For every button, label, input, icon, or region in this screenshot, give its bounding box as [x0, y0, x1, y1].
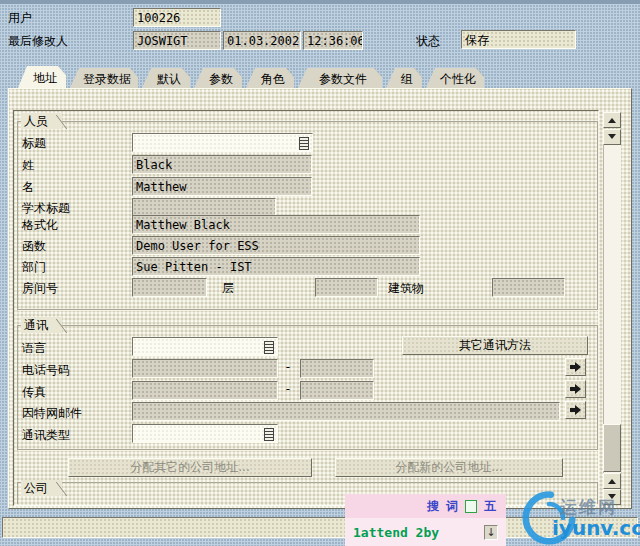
user-label: 用户: [8, 10, 32, 26]
other-comm-methods-button[interactable]: 其它通讯方法: [402, 336, 588, 355]
tabstrip: 地址 登录数据 默认 参数 角色 参数文件 组 个性化: [18, 66, 484, 88]
phone-extension-separator: -: [283, 359, 293, 376]
title-field[interactable]: [132, 133, 313, 152]
ime-char: 搜: [427, 498, 439, 515]
firstname-label: 名: [22, 179, 34, 195]
format-field: Matthew Black: [132, 215, 420, 234]
person-group-title: 人员: [21, 113, 62, 129]
tab-fold-icon: [286, 68, 294, 77]
internet-mail-more-button[interactable]: [565, 401, 586, 419]
language-label: 语言: [22, 340, 46, 356]
last-changed-date-field: 01.03.2002: [223, 31, 301, 50]
phone-field[interactable]: [132, 359, 278, 378]
fax-extension-field[interactable]: [300, 381, 374, 400]
triangle-up-icon: [608, 114, 616, 123]
tab-fold-icon: [476, 68, 484, 77]
ime-char: 五: [484, 498, 496, 515]
assign-other-company-address-button[interactable]: 分配其它的公司地址...: [68, 458, 312, 477]
format-label: 格式化: [22, 217, 58, 233]
building-field[interactable]: [492, 278, 565, 297]
surname-field[interactable]: Black: [132, 155, 312, 174]
scrollbar-down-button[interactable]: [603, 129, 621, 145]
tab-fold-icon: [414, 68, 422, 77]
department-label: 部门: [22, 259, 46, 275]
ime-mode-row: 搜 词 五: [345, 494, 506, 518]
tab-personalization[interactable]: 个性化: [426, 68, 484, 88]
academic-title-label: 学术标题: [22, 200, 70, 216]
firstname-field[interactable]: Matthew: [132, 177, 312, 196]
triangle-down-icon: [608, 134, 616, 143]
fax-field[interactable]: [132, 381, 278, 400]
ime-page-down-button[interactable]: ↓: [484, 525, 498, 540]
room-number-label: 房间号: [22, 280, 58, 296]
phone-label: 电话号码: [22, 362, 70, 378]
last-changed-label: 最后修改人: [8, 33, 68, 49]
surname-label: 姓: [22, 157, 34, 173]
dropdown-icon[interactable]: [264, 428, 274, 441]
phone-more-button[interactable]: [565, 358, 586, 376]
ime-candidate-row: 1attend 2by ↓: [345, 518, 506, 546]
status-field: 保存: [461, 30, 576, 49]
building-label: 建筑物: [388, 280, 424, 296]
comm-type-label: 通讯类型: [22, 427, 70, 443]
tab-fold-icon: [234, 68, 242, 77]
tab-fold-icon: [182, 68, 190, 77]
tab-defaults[interactable]: 默认: [142, 68, 190, 88]
company-group-title: 公司: [21, 480, 62, 496]
tab-groups[interactable]: 组: [386, 68, 422, 88]
sap-window: 用户 100226 最后修改人 JOSWIGT 01.03.2002 12:36…: [0, 0, 640, 546]
scrollbar-up-button-bottom[interactable]: [603, 473, 621, 489]
department-field[interactable]: Sue Pitten - IST: [132, 257, 420, 276]
ime-popup: 搜 词 五 1attend 2by ↓: [345, 494, 506, 546]
internet-mail-label: 因特网邮件: [22, 405, 82, 421]
tab-profiles[interactable]: 参数文件: [298, 68, 382, 88]
tab-fold-icon: [130, 68, 138, 77]
tab-fold-icon: [58, 66, 66, 75]
floor-field[interactable]: [315, 278, 378, 297]
fax-more-button[interactable]: [565, 380, 586, 398]
communication-group-title: 通讯: [21, 317, 62, 333]
ime-char: 词: [446, 498, 458, 515]
room-number-field[interactable]: [132, 278, 207, 297]
scrollbar-thumb[interactable]: [603, 424, 621, 472]
fax-extension-separator: -: [283, 381, 293, 398]
triangle-up-icon: [608, 475, 616, 484]
window-top-edge: [0, 0, 640, 4]
user-field[interactable]: 100226: [133, 8, 221, 27]
language-field[interactable]: [132, 337, 278, 356]
tab-roles[interactable]: 角色: [246, 68, 294, 88]
right-arrow-icon: [570, 405, 582, 415]
internet-mail-field[interactable]: [132, 402, 560, 421]
status-label: 状态: [416, 33, 440, 49]
phone-extension-field[interactable]: [300, 359, 374, 378]
title-label: 标题: [22, 135, 46, 151]
right-arrow-icon: [570, 384, 582, 394]
assign-new-company-address-button[interactable]: 分配新的公司地址...: [335, 458, 563, 477]
last-changed-by-field: JOSWIGT: [133, 31, 221, 50]
green-box-icon: [465, 500, 477, 513]
tab-logon-data[interactable]: 登录数据: [70, 68, 138, 88]
floor-label: 层: [222, 280, 234, 296]
last-changed-time-field: 12:36:06: [303, 31, 363, 50]
comm-type-field[interactable]: [132, 424, 278, 443]
function-label: 函数: [22, 238, 46, 254]
watermark-site-url: iyunv.com: [552, 516, 640, 540]
tab-fold-icon: [374, 68, 382, 77]
company-groupbox: [17, 482, 598, 504]
dropdown-icon[interactable]: [299, 137, 309, 150]
tab-parameters[interactable]: 参数: [194, 68, 242, 88]
fax-label: 传真: [22, 384, 46, 400]
tab-address[interactable]: 地址: [18, 66, 66, 88]
right-arrow-icon: [570, 362, 582, 372]
dropdown-icon[interactable]: [264, 341, 274, 354]
scrollbar-up-button[interactable]: [603, 112, 621, 128]
ime-candidates[interactable]: 1attend 2by: [353, 525, 439, 540]
function-field[interactable]: Demo User for ESS: [132, 236, 420, 255]
